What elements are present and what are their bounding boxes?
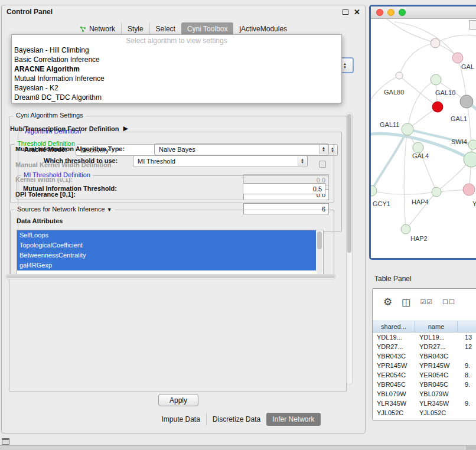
control-panel-window: Control Panel ✕ Network Style Select Cyn…	[1, 5, 366, 433]
attributes-scrollbar-thumb[interactable]	[317, 231, 322, 249]
algorithm-option[interactable]: Basic Correlation Inference	[12, 55, 341, 64]
tab-impute-data[interactable]: Impute Data	[155, 413, 206, 426]
control-panel-titlebar: Control Panel ✕	[2, 5, 365, 18]
network-canvas-area[interactable]: GALGAL80GAL10GAL1GAL11SWI4GAL4GCY1HAP4YH…	[371, 19, 476, 258]
collapsed-panel-icon[interactable]	[2, 438, 9, 445]
settings-vertical-scrollbar[interactable]	[346, 112, 353, 385]
network-node[interactable]	[464, 152, 476, 167]
sources-title-text: Sources for Network Inference	[17, 206, 105, 213]
attribute-list-item[interactable]: TopologicalCoefficient	[17, 240, 316, 250]
table-cell: YDL19...	[415, 334, 458, 341]
column-header-name[interactable]: name	[415, 321, 458, 332]
table-row[interactable]: YDR27...YDR27...12	[373, 342, 476, 351]
table-cell: YLR345W	[373, 400, 415, 407]
column-header-shared-name[interactable]: shared...	[373, 321, 415, 332]
algorithm-option[interactable]: Mutual Information Inference	[12, 74, 341, 83]
network-node-label: HAP4	[412, 198, 429, 206]
network-node[interactable]	[452, 53, 463, 63]
network-overlay-tool[interactable]	[469, 20, 476, 30]
resize-grip[interactable]	[467, 446, 476, 450]
network-node[interactable]	[432, 102, 443, 112]
table-panel-label: Table Panel	[374, 275, 412, 283]
tab-style[interactable]: Style	[121, 22, 149, 35]
network-node[interactable]	[396, 72, 403, 79]
which-threshold-combo[interactable]: MI Threshold ▲▼	[133, 155, 308, 167]
tab-cyni-toolbox[interactable]: Cyni Toolbox	[181, 22, 233, 35]
tab-infer-network[interactable]: Infer Network	[266, 413, 320, 426]
tab-select-label: Select	[156, 25, 175, 33]
control-panel-title: Control Panel	[6, 8, 343, 16]
attribute-list-item[interactable]: BetweennessCentrality	[17, 250, 316, 260]
network-node[interactable]	[401, 224, 410, 234]
table-row[interactable]: YER054CYER054C8.	[373, 370, 476, 380]
table-cell: YER054C	[415, 371, 458, 379]
attribute-list-item[interactable]: SelfLoops	[17, 230, 316, 240]
network-canvas[interactable]: GALGAL80GAL10GAL1GAL11SWI4GAL4GCY1HAP4YH…	[371, 19, 476, 258]
network-node[interactable]	[468, 140, 476, 149]
network-node[interactable]	[402, 123, 413, 135]
network-node[interactable]	[432, 187, 441, 197]
tab-network[interactable]: Network	[74, 22, 121, 35]
tab-select[interactable]: Select	[149, 22, 181, 35]
table-cell: YBR045C	[415, 381, 458, 388]
expander-down-arrow-icon: ▼	[107, 207, 112, 213]
table-cell: YDL19...	[373, 334, 415, 341]
tab-discretize-data[interactable]: Discretize Data	[206, 413, 266, 426]
gear-icon[interactable]: ⚙	[383, 296, 392, 308]
which-threshold-label: Which threshold to use:	[44, 157, 118, 164]
table-row[interactable]: YJL052CYJL052C	[373, 408, 476, 418]
minimize-traffic-light-icon[interactable]	[387, 9, 395, 16]
network-node[interactable]	[413, 142, 423, 153]
network-node[interactable]	[431, 74, 441, 85]
mi-threshold-value: 0.5	[313, 185, 322, 193]
mi-threshold-field[interactable]: 0.5	[243, 183, 325, 194]
column-header-extra[interactable]	[458, 321, 476, 332]
table-row[interactable]: YBR043CYBR043C	[373, 351, 476, 361]
network-node-label: GAL4	[412, 152, 429, 159]
table-row[interactable]: YBL079WYBL079W	[373, 389, 476, 399]
apply-button[interactable]: Apply	[158, 394, 198, 406]
threshold-definition-group: Threshold Definition Which threshold to …	[10, 144, 334, 203]
tab-jactivemodules[interactable]: jActiveModules	[233, 22, 293, 35]
deselect-all-columns-icon[interactable]: ☐☐	[442, 298, 455, 306]
algorithm-option[interactable]: Bayesian - Hill Climbing	[12, 45, 341, 55]
table-panel-window: ⚙ ◫ ☑☑ ☐☐ shared... name YDL19...YDL19..…	[372, 288, 476, 420]
network-tab-icon	[80, 26, 86, 32]
table-cell: YPR145W	[415, 362, 458, 369]
close-icon[interactable]: ✕	[354, 8, 360, 16]
network-edge	[435, 35, 476, 45]
select-all-columns-icon[interactable]: ☑☑	[420, 298, 433, 306]
table-row[interactable]: YPR145WYPR145W9.	[373, 361, 476, 370]
settings-vertical-scrollbar-thumb[interactable]	[347, 114, 351, 253]
algorithm-option[interactable]: Dream8 DC_TDC Algorithm	[12, 93, 341, 102]
table-row[interactable]: YBR045CYBR045C9.	[373, 380, 476, 389]
float-window-icon[interactable]	[343, 9, 348, 15]
network-edge	[407, 80, 436, 129]
expander-right-arrow-icon: ▶	[123, 125, 128, 132]
network-node-label: GAL10	[435, 89, 455, 96]
network-edge	[399, 43, 435, 76]
table-header-row: shared... name	[373, 321, 476, 332]
network-edge	[383, 19, 435, 43]
attributes-scrollbar[interactable]	[317, 231, 322, 275]
table-row[interactable]: YDL19...YDL19...13	[373, 332, 476, 342]
sources-group-title[interactable]: Sources for Network Inference ▼	[15, 206, 115, 213]
network-node[interactable]	[463, 184, 475, 195]
algorithm-option[interactable]: ARACNE Algorithm	[12, 64, 341, 74]
hub-factor-expander[interactable]: Hub/Transcription Factor Definition ▶	[10, 125, 128, 132]
mi-threshold-definition-group: MI Threshold Definition Mutual Informati…	[17, 175, 329, 200]
attribute-list-item[interactable]: gal4RGexp	[17, 260, 316, 270]
table-row[interactable]: YLR345WYLR345W9.	[373, 399, 476, 408]
close-traffic-light-icon[interactable]	[376, 9, 383, 16]
zoom-traffic-light-icon[interactable]	[399, 9, 406, 16]
algorithm-popup-list: Select algorithm to view settings Bayesi…	[11, 34, 342, 103]
network-edge	[406, 192, 436, 229]
network-node[interactable]	[460, 95, 473, 108]
settings-horizontal-scrollbar[interactable]	[5, 274, 336, 279]
algorithm-option[interactable]: Bayesian - K2	[12, 83, 341, 93]
network-node[interactable]	[371, 185, 377, 196]
settings-horizontal-scrollbar-thumb[interactable]	[6, 275, 335, 278]
network-node[interactable]	[431, 38, 440, 48]
show-columns-icon[interactable]: ◫	[402, 296, 410, 308]
data-attributes-list[interactable]: SelfLoopsTopologicalCoefficientBetweenne…	[17, 230, 324, 276]
